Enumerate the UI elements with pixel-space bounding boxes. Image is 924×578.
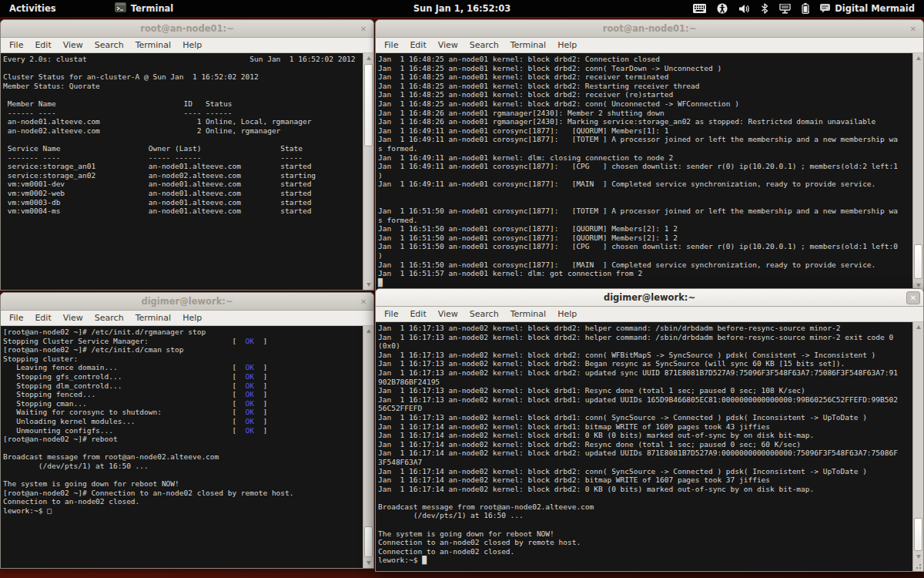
bluetooth-icon[interactable] [761,3,768,14]
battery-icon[interactable] [802,3,809,14]
terminal-window-top-left: root@an-node01:~ ✕ File Edit View Search… [0,19,374,291]
titlebar[interactable]: digimer@lework:~ ✕ [376,289,923,307]
accessibility-icon[interactable] [717,3,728,14]
menu-search[interactable]: Search [95,313,124,323]
scroll-up-icon[interactable] [913,53,923,63]
scroll-down-icon[interactable] [913,552,923,562]
terminal-window-bottom-left: digimer@lework:~ ✕ File Edit View Search… [0,292,374,569]
menu-help[interactable]: Help [557,309,577,319]
menubar: File Edit View Search Terminal Help [376,307,923,322]
scroll-down-icon[interactable] [363,558,373,568]
chat-icon [820,4,830,13]
scroll-thumb[interactable] [914,244,922,279]
menu-search[interactable]: Search [95,40,124,50]
menu-edit[interactable]: Edit [410,40,426,50]
terminal-window-top-right: root@an-node01:~ ✕ File Edit View Search… [375,19,924,291]
menu-search[interactable]: Search [470,40,499,50]
titlebar[interactable]: digimer@lework:~ ✕ [1,293,373,311]
menu-edit[interactable]: Edit [35,40,51,50]
titlebar[interactable]: root@an-node01:~ ✕ [1,20,373,38]
titlebar[interactable]: root@an-node01:~ ✕ [376,20,923,38]
menu-view[interactable]: View [438,40,458,50]
scroll-thumb[interactable] [364,64,373,146]
menu-file[interactable]: File [384,309,398,319]
menubar: File Edit View Search Terminal Help [1,311,373,326]
scroll-thumb[interactable] [914,518,922,551]
menu-edit[interactable]: Edit [35,313,51,323]
resize-grip[interactable] [913,562,923,571]
volume-icon[interactable] [738,4,750,14]
terminal-window-bottom-right: digimer@lework:~ ✕ File Edit View Search… [375,288,924,572]
terminal-output[interactable]: [root@an-node02 ~]# /etc/init.d/rgmanage… [1,326,363,568]
window-title: digimer@lework:~ [141,296,233,307]
menu-search[interactable]: Search [470,309,499,319]
menu-help[interactable]: Help [182,313,202,323]
scroll-up-icon[interactable] [913,322,923,332]
menubar: File Edit View Search Terminal Help [1,38,373,53]
menubar: File Edit View Search Terminal Help [376,38,923,53]
menu-file[interactable]: File [9,40,23,50]
menu-file[interactable]: File [9,313,23,323]
menu-terminal[interactable]: Terminal [511,309,547,319]
terminal-app-icon [115,2,126,15]
keyboard-icon[interactable] [693,4,706,13]
gnome-top-bar: Activities Terminal Sun Jan 1, 16:52:03 [0,0,924,17]
menu-help[interactable]: Help [557,40,577,50]
close-icon[interactable]: ✕ [357,295,370,308]
menu-terminal[interactable]: Terminal [511,40,547,50]
scrollbar[interactable] [363,53,373,290]
app-menu-label: Terminal [131,3,174,14]
app-menu[interactable]: Terminal [107,0,182,17]
menu-terminal[interactable]: Terminal [136,40,172,50]
activities-button[interactable]: Activities [0,0,67,17]
close-icon[interactable]: ✕ [906,291,920,304]
menu-help[interactable]: Help [182,40,202,50]
scrollbar[interactable] [912,53,923,291]
menu-view[interactable]: View [438,309,458,319]
terminal-output[interactable]: Jan 1 16:48:25 an-node01 kernel: block d… [376,53,912,291]
scroll-thumb[interactable] [364,526,373,557]
menu-file[interactable]: File [384,40,398,50]
user-menu[interactable]: Digital Mermaid [820,3,915,14]
status-area: Digital Mermaid [693,3,924,14]
scrollbar[interactable] [363,326,373,568]
scroll-down-icon[interactable] [363,280,373,290]
menu-terminal[interactable]: Terminal [136,313,172,323]
menu-view[interactable]: View [63,40,83,50]
scroll-up-icon[interactable] [363,326,373,336]
window-title: root@an-node01:~ [603,23,697,34]
terminal-output[interactable]: Every 2.0s: clustat Sun Jan 1 16:52:02 2… [1,53,363,290]
terminal-output[interactable]: Jan 1 16:17:13 an-node02 kernel: block d… [376,322,912,571]
user-name-label: Digital Mermaid [835,3,915,14]
scroll-up-icon[interactable] [363,53,373,63]
menu-edit[interactable]: Edit [410,309,426,319]
window-title: root@an-node01:~ [140,23,234,34]
menu-view[interactable]: View [63,313,83,323]
display-icon[interactable] [779,4,791,14]
window-title: digimer@lework:~ [604,292,695,303]
scrollbar[interactable] [912,322,923,571]
close-icon[interactable]: ✕ [357,22,370,35]
close-icon[interactable]: ✕ [906,22,920,35]
